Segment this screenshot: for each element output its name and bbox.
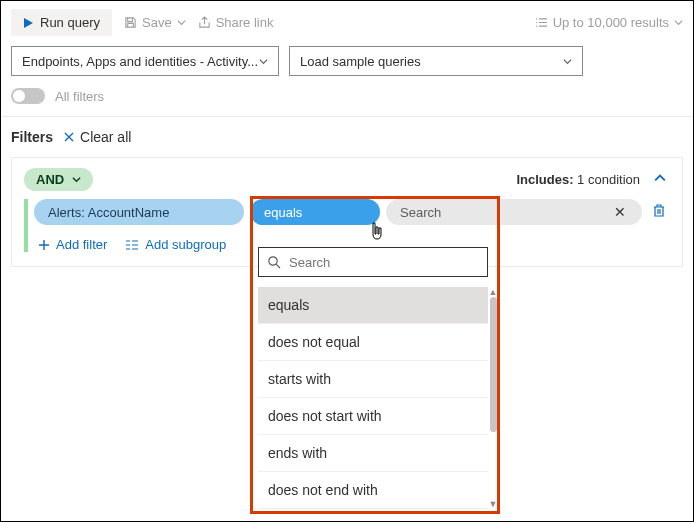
subgroup-icon <box>125 239 139 251</box>
clear-all-label: Clear all <box>80 129 131 145</box>
dropdown-item[interactable]: ends with <box>258 435 488 472</box>
scope-value: Endpoints, Apps and identities - Activit… <box>22 54 258 69</box>
condition-operator-pill[interactable]: equals <box>250 199 380 225</box>
collapse-button[interactable] <box>650 168 670 191</box>
share-link-button[interactable]: Share link <box>198 15 274 30</box>
chevron-down-icon <box>72 175 81 184</box>
group-operator-label: AND <box>36 172 64 187</box>
dropdown-scrollbar[interactable]: ▲ ▼ <box>488 287 498 509</box>
filters-title: Filters <box>11 129 53 145</box>
dropdown-item[interactable]: equals <box>258 287 488 324</box>
condition-field-pill[interactable]: Alerts: AccountName <box>34 199 244 225</box>
chevron-down-icon <box>177 18 186 27</box>
plus-icon <box>38 239 50 251</box>
close-icon <box>63 131 75 143</box>
dropdown-search-input[interactable] <box>287 254 479 271</box>
run-query-button[interactable]: Run query <box>11 9 112 36</box>
scope-select[interactable]: Endpoints, Apps and identities - Activit… <box>11 46 279 76</box>
clear-value-button[interactable]: ✕ <box>612 204 628 220</box>
sample-queries-select[interactable]: Load sample queries <box>289 46 583 76</box>
share-icon <box>198 16 211 29</box>
includes-label: Includes: <box>516 172 573 187</box>
add-filter-button[interactable]: Add filter <box>38 237 107 252</box>
dropdown-search[interactable] <box>258 247 488 277</box>
results-limit-button[interactable]: Up to 10,000 results <box>535 15 683 30</box>
dropdown-list: equals does not equal starts with does n… <box>258 287 488 509</box>
group-operator-pill[interactable]: AND <box>24 168 93 191</box>
all-filters-label: All filters <box>55 89 104 104</box>
query-selectors: Endpoints, Apps and identities - Activit… <box>1 42 693 86</box>
add-filter-label: Add filter <box>56 237 107 252</box>
all-filters-row: All filters <box>1 86 693 117</box>
toolbar: Run query Save Share link Up to 10,000 r… <box>1 1 693 42</box>
search-icon <box>267 255 281 269</box>
run-query-label: Run query <box>40 15 100 30</box>
all-filters-toggle[interactable] <box>11 88 45 104</box>
delete-condition-button[interactable] <box>648 203 670 221</box>
save-icon <box>124 16 137 29</box>
clear-all-button[interactable]: Clear all <box>63 129 131 145</box>
condition-value-input[interactable]: Search ✕ <box>386 199 642 225</box>
dropdown-item[interactable]: starts with <box>258 361 488 398</box>
includes-count: 1 condition <box>577 172 640 187</box>
save-button[interactable]: Save <box>124 15 186 30</box>
scroll-down-arrow[interactable]: ▼ <box>488 499 498 509</box>
includes-summary: Includes: 1 condition <box>516 172 640 187</box>
chevron-up-icon <box>654 172 666 184</box>
chevron-down-icon <box>563 57 572 66</box>
add-subgroup-button[interactable]: Add subgroup <box>125 237 226 252</box>
scroll-up-arrow[interactable]: ▲ <box>488 287 498 297</box>
filter-group-body: Alerts: AccountName equals Search ✕ Add … <box>24 199 670 252</box>
dropdown-item[interactable]: does not equal <box>258 324 488 361</box>
condition-field-label: Alerts: AccountName <box>48 205 169 220</box>
operator-dropdown: equals does not equal starts with does n… <box>258 247 488 509</box>
save-label: Save <box>142 15 172 30</box>
play-icon <box>23 17 34 29</box>
filters-header: Filters Clear all <box>1 117 693 153</box>
trash-icon <box>652 203 666 218</box>
scroll-thumb[interactable] <box>490 297 497 432</box>
chevron-down-icon <box>674 18 683 27</box>
dropdown-item[interactable]: does not start with <box>258 398 488 435</box>
share-label: Share link <box>216 15 274 30</box>
sample-value: Load sample queries <box>300 54 421 69</box>
results-label: Up to 10,000 results <box>553 15 669 30</box>
dropdown-item[interactable]: does not end with <box>258 472 488 509</box>
list-icon <box>535 17 548 28</box>
condition-value-placeholder: Search <box>400 205 441 220</box>
add-subgroup-label: Add subgroup <box>145 237 226 252</box>
chevron-down-icon <box>259 57 268 66</box>
condition-operator-label: equals <box>264 205 302 220</box>
condition-row: Alerts: AccountName equals Search ✕ <box>34 199 670 225</box>
svg-point-0 <box>269 257 277 265</box>
